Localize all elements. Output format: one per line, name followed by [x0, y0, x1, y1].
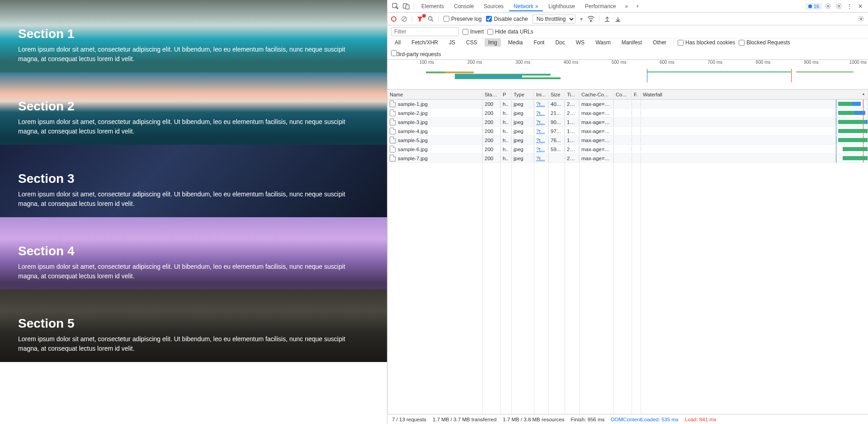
download-icon[interactable] [615, 16, 621, 22]
webpage-viewport[interactable]: Section 1 Lorem ipsum dolor sit amet, co… [0, 0, 387, 424]
kebab-menu-icon[interactable]: ⋮ [844, 1, 854, 11]
request-initiator[interactable]: ?t... [536, 119, 545, 125]
request-row[interactable]: sample-1.jpg200h..jpeg?t...40...24...max… [387, 100, 868, 109]
section-1-text: Lorem ipsum dolor sit amet, consectetur … [18, 45, 362, 64]
request-priority: h.. [500, 110, 511, 117]
request-cache: max-age=25... [579, 155, 613, 162]
request-time: 16... [565, 128, 579, 135]
tab-network[interactable]: Network✕ [509, 1, 543, 11]
record-icon[interactable] [391, 16, 396, 22]
timeline-tick: 600 ms [627, 60, 675, 67]
svg-point-4 [838, 5, 840, 7]
request-row[interactable]: sample-5.jpg200h..jpeg?t...76...19...max… [387, 136, 868, 145]
separator [599, 15, 599, 23]
col-status[interactable]: Status [482, 91, 500, 98]
tab-console[interactable]: Console [449, 1, 478, 11]
filter-pill-doc[interactable]: Doc [552, 38, 568, 47]
request-row[interactable]: sample-6.jpg200h..jpeg?t...59...28...max… [387, 145, 868, 154]
col-waterfall[interactable]: Waterfall▲ [641, 91, 868, 98]
request-f [632, 139, 641, 141]
request-initiator[interactable]: ?t... [536, 138, 545, 143]
col-cache[interactable]: Cache-Control [579, 91, 613, 98]
request-type: jpeg [511, 155, 534, 162]
invert-checkbox[interactable]: Invert [462, 29, 484, 35]
request-content [613, 103, 632, 105]
disable-cache-checkbox[interactable]: Disable cache [486, 16, 528, 22]
request-table-body: sample-1.jpg200h..jpeg?t...40...24...max… [387, 100, 868, 414]
device-toggle-icon[interactable] [401, 1, 411, 11]
filter-pill-manifest[interactable]: Manifest [618, 38, 646, 47]
request-row[interactable]: sample-4.jpg200h..jpeg?t...97...16...max… [387, 127, 868, 136]
request-initiator[interactable]: ?t... [536, 110, 545, 116]
close-icon[interactable]: ✕ [535, 4, 538, 9]
blocked-requests-checkbox[interactable]: Blocked Requests [739, 39, 790, 46]
col-time[interactable]: Ti... [565, 91, 579, 98]
request-content [613, 112, 632, 114]
filter-pill-img[interactable]: Img [485, 38, 501, 47]
gear-icon[interactable] [858, 15, 864, 22]
tab-performance[interactable]: Performance [580, 1, 621, 11]
request-status: 200 [482, 155, 500, 162]
more-tabs-icon[interactable]: » [622, 1, 632, 11]
request-row[interactable]: sample-3.jpg200h..jpeg?t...90...16...max… [387, 118, 868, 127]
tab-sources[interactable]: Sources [479, 1, 508, 11]
filter-pill-js[interactable]: JS [445, 38, 459, 47]
request-waterfall [641, 154, 868, 162]
hide-data-urls-checkbox[interactable]: Hide data URLs [487, 29, 533, 35]
filter-pill-font[interactable]: Font [530, 38, 548, 47]
request-content [613, 157, 632, 159]
col-content[interactable]: Cont... [613, 91, 632, 98]
filter-pill-css[interactable]: CSS [462, 38, 481, 47]
request-initiator[interactable]: ?t... [536, 147, 545, 152]
col-type[interactable]: Type [511, 91, 534, 98]
request-initiator[interactable]: ?t... [536, 129, 545, 134]
col-priority[interactable]: P [500, 91, 511, 98]
filter-pill-fetchxhr[interactable]: Fetch/XHR [408, 38, 442, 47]
request-waterfall [641, 127, 868, 135]
request-f [632, 148, 641, 150]
wifi-icon[interactable] [587, 16, 594, 22]
chevron-down-icon[interactable]: ▾ [580, 16, 583, 22]
request-time: 24... [565, 110, 579, 117]
timeline-tick: 200 ms [435, 60, 483, 67]
close-devtools-icon[interactable]: ✕ [855, 1, 865, 11]
filter-pill-wasm[interactable]: Wasm [592, 38, 614, 47]
svg-point-6 [429, 16, 432, 20]
blocked-cookies-checkbox[interactable]: Has blocked cookies [678, 39, 735, 46]
file-icon [390, 137, 396, 143]
add-tab-icon[interactable]: ＋ [632, 1, 642, 11]
tab-elements[interactable]: Elements [417, 1, 448, 11]
tab-lighthouse[interactable]: Lighthouse [544, 1, 580, 11]
clear-icon[interactable] [401, 16, 407, 22]
filter-icon[interactable] [417, 16, 423, 22]
request-row[interactable]: sample-2.jpg200h..jpeg?t...21...24...max… [387, 109, 868, 118]
settings-icon[interactable] [823, 1, 833, 11]
network-timeline[interactable]: 100 ms200 ms300 ms400 ms500 ms600 ms700 … [387, 60, 868, 90]
request-initiator[interactable]: ?t... [536, 156, 545, 161]
preserve-log-checkbox[interactable]: Preserve log [443, 16, 481, 22]
third-party-checkbox[interactable]: 3rd-party requests [391, 50, 441, 57]
upload-icon[interactable] [604, 16, 610, 22]
issues-badge[interactable]: 16 [806, 3, 822, 10]
timeline-tick: 1000 ms [820, 60, 868, 67]
request-row[interactable]: sample-7.jpg200h..jpeg?t...21...max-age=… [387, 154, 868, 163]
filter-pill-ws[interactable]: WS [572, 38, 588, 47]
request-initiator[interactable]: ?t... [536, 101, 545, 107]
throttling-select[interactable]: No throttling [533, 14, 576, 24]
search-icon[interactable] [428, 16, 434, 22]
devtools-settings-icon[interactable] [834, 1, 844, 11]
col-f[interactable]: F. [632, 91, 641, 98]
col-size[interactable]: Size [548, 91, 565, 98]
request-cache: max-age=25... [579, 146, 613, 153]
filter-input[interactable] [391, 27, 459, 36]
request-name: sample-1.jpg [398, 101, 428, 107]
request-time: 16... [565, 119, 579, 126]
filter-pill-all[interactable]: All [391, 38, 404, 47]
request-priority: h.. [500, 100, 511, 108]
col-initiator[interactable]: Ini... [534, 91, 548, 98]
request-name: sample-7.jpg [398, 156, 428, 161]
inspect-icon[interactable] [390, 1, 400, 11]
filter-pill-other[interactable]: Other [649, 38, 670, 47]
filter-pill-media[interactable]: Media [505, 38, 527, 47]
col-name[interactable]: Name [387, 91, 482, 98]
